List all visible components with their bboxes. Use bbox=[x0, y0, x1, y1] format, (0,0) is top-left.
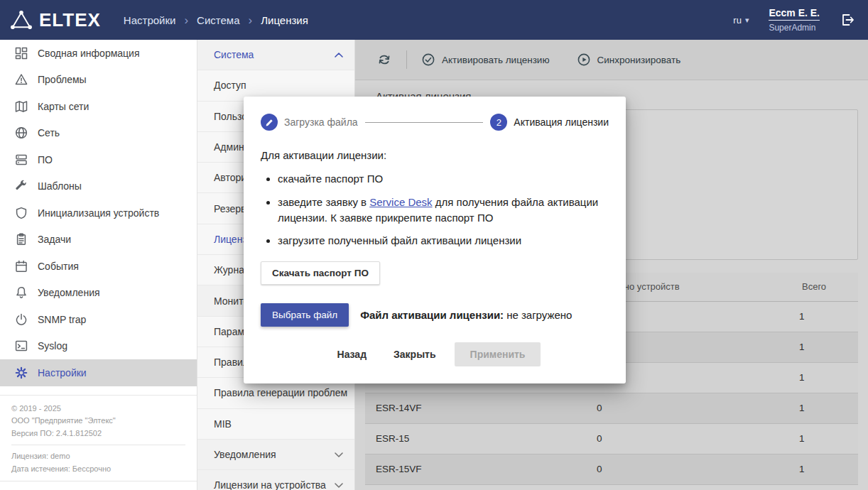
sidebar-item-label: Syslog bbox=[38, 340, 67, 352]
close-button[interactable]: Закрыть bbox=[385, 342, 445, 366]
footer-divider bbox=[11, 445, 185, 445]
network-map-icon bbox=[14, 99, 28, 114]
clipboard-icon bbox=[14, 232, 28, 246]
sidebar-item-label: Сводная информация bbox=[38, 48, 140, 59]
version-text: Версия ПО: 2.4.1.812502 bbox=[11, 428, 185, 440]
submenu-item-label: MIB bbox=[214, 418, 232, 430]
file-status: Файл активации лицензии:не загружено bbox=[360, 309, 572, 321]
stepper-connector bbox=[365, 122, 484, 123]
back-button[interactable]: Назад bbox=[329, 342, 376, 366]
globe-icon bbox=[14, 126, 28, 140]
sidebar-item-device-init[interactable]: Инициализация устройств bbox=[0, 200, 197, 227]
eltex-logo[interactable]: ELTEX bbox=[0, 9, 112, 31]
activation-instructions-title: Для активации лицензии: bbox=[261, 149, 609, 161]
sidebar-item-notifications[interactable]: Уведомления bbox=[0, 280, 197, 307]
apply-button[interactable]: Применить bbox=[455, 342, 541, 366]
step-activate-license[interactable]: 2 Активация лицензии bbox=[490, 114, 609, 131]
service-desk-link[interactable]: Service Desk bbox=[369, 196, 432, 208]
sidebar-item-tasks[interactable]: Задачи bbox=[0, 227, 197, 254]
sidebar-item-firmware[interactable]: ПО bbox=[0, 146, 197, 173]
header-right: ru ▾ Eccm E. E. SuperAdmin bbox=[733, 7, 868, 33]
chevron-down-icon: ▾ bbox=[745, 16, 749, 25]
sidebar-item-problems[interactable]: Проблемы bbox=[0, 67, 197, 94]
step-label: Активация лицензии bbox=[514, 116, 609, 128]
instruction-text: заведите заявку в bbox=[278, 196, 369, 208]
user-role: SuperAdmin bbox=[769, 23, 820, 33]
sidebar-item-label: Проблемы bbox=[38, 74, 87, 85]
sidebar-item-label: Уведомления bbox=[38, 287, 100, 298]
sidebar-item-events[interactable]: События bbox=[0, 253, 197, 280]
collapse-panel-button[interactable]: « Свернуть панель bbox=[0, 481, 197, 490]
sidebar-item-label: Сеть bbox=[38, 127, 60, 138]
breadcrumb-separator-icon: › bbox=[184, 14, 188, 26]
sidebar-item-network[interactable]: Сеть bbox=[0, 120, 197, 147]
sidebar-item-network-maps[interactable]: Карты сети bbox=[0, 93, 197, 120]
top-header: ELTEX Настройки › Система › Лицензия ru … bbox=[0, 0, 868, 40]
terminal-icon bbox=[14, 339, 28, 353]
instruction-text: загрузите полученный файл активации лице… bbox=[278, 234, 521, 246]
step-upload-file[interactable]: Загрузка файла bbox=[261, 114, 358, 131]
dialog-actions: Назад Закрыть Применить bbox=[261, 342, 609, 366]
activation-instructions-list: скачайте паспорт ПО заведите заявку в Se… bbox=[261, 171, 609, 249]
breadcrumb-system[interactable]: Система bbox=[197, 14, 239, 26]
sidebar-footer: © 2019 - 2025 ООО "Предприятие "Элтекс" … bbox=[0, 395, 197, 481]
sidebar-item-syslog[interactable]: Syslog bbox=[0, 333, 197, 360]
breadcrumb: Настройки › Система › Лицензия bbox=[124, 14, 308, 26]
sidebar-item-snmp-trap[interactable]: SNMP trap bbox=[0, 306, 197, 333]
eltex-triangle-icon bbox=[10, 10, 33, 30]
breadcrumb-license: Лицензия bbox=[261, 14, 308, 26]
sidebar-item-label: Инициализация устройств bbox=[38, 207, 159, 219]
instruction-item: загрузите полученный файл активации лице… bbox=[278, 233, 609, 249]
chevron-down-icon bbox=[335, 483, 343, 488]
main-sidebar: Сводная информация Проблемы Карты сети С… bbox=[0, 40, 197, 490]
download-passport-button[interactable]: Скачать паспорт ПО bbox=[261, 261, 380, 285]
submenu-item-label: Лиценз bbox=[214, 234, 247, 245]
submenu-item-label: Пользо bbox=[214, 111, 247, 122]
submenu-section-label: Лицензии на устройства bbox=[214, 479, 326, 490]
sidebar-item-templates[interactable]: Шаблоны bbox=[0, 173, 197, 200]
chevron-up-icon bbox=[335, 53, 343, 58]
sidebar-item-label: SNMP trap bbox=[38, 314, 86, 325]
breadcrumb-separator-icon: › bbox=[249, 14, 253, 26]
copyright-text: © 2019 - 2025 bbox=[11, 403, 185, 415]
submenu-section-system[interactable]: Система bbox=[197, 40, 354, 70]
user-name: Eccm E. E. bbox=[769, 7, 820, 21]
sidebar-item-label: Карты сети bbox=[38, 101, 89, 112]
choose-file-button[interactable]: Выбрать файл bbox=[261, 303, 349, 327]
submenu-item-mib[interactable]: MIB bbox=[197, 409, 354, 440]
submenu-section-device-licenses[interactable]: Лицензии на устройства bbox=[197, 470, 354, 490]
submenu-item-label: Доступ bbox=[214, 80, 246, 91]
sidebar-item-summary[interactable]: Сводная информация bbox=[0, 40, 197, 67]
license-activation-dialog: Загрузка файла 2 Активация лицензии Для … bbox=[244, 97, 626, 383]
chevron-down-icon bbox=[335, 452, 343, 457]
user-menu[interactable]: Eccm E. E. SuperAdmin bbox=[769, 7, 820, 33]
dashboard-icon bbox=[14, 46, 28, 60]
breadcrumb-settings[interactable]: Настройки bbox=[124, 14, 176, 26]
submenu-item-label: Автори bbox=[214, 172, 246, 183]
instruction-item: скачайте паспорт ПО bbox=[278, 171, 609, 187]
file-status-label: Файл активации лицензии: bbox=[360, 309, 504, 321]
logout-icon bbox=[840, 12, 855, 28]
step-label: Загрузка файла bbox=[284, 116, 358, 128]
language-value: ru bbox=[733, 15, 742, 26]
submenu-section-notifications[interactable]: Уведомления bbox=[197, 440, 354, 470]
brand-name: ELTEX bbox=[39, 9, 101, 31]
calendar-icon bbox=[14, 259, 28, 273]
sidebar-item-settings[interactable]: Настройки bbox=[0, 359, 197, 386]
sidebar-item-label: Шаблоны bbox=[38, 180, 82, 192]
submenu-item-label: Правила генерации проблем bbox=[214, 387, 347, 398]
instruction-item: заведите заявку в Service Desk для получ… bbox=[278, 195, 609, 226]
instruction-text: скачайте паспорт ПО bbox=[278, 173, 383, 185]
stepper: Загрузка файла 2 Активация лицензии bbox=[261, 114, 609, 131]
file-status-value: не загружено bbox=[506, 309, 572, 321]
company-text: ООО "Предприятие "Элтекс" bbox=[11, 415, 185, 428]
logout-button[interactable] bbox=[840, 12, 855, 28]
submenu-section-label: Уведомления bbox=[214, 449, 276, 460]
sidebar-item-label: ПО bbox=[38, 154, 53, 165]
language-selector[interactable]: ru ▾ bbox=[733, 15, 749, 26]
expiration-text: Дата истечения: Бессрочно bbox=[11, 463, 185, 476]
bell-icon bbox=[14, 285, 28, 300]
step-number-circle: 2 bbox=[490, 114, 507, 131]
submenu-section-label: Система bbox=[214, 49, 254, 60]
app-window: ELTEX Настройки › Система › Лицензия ru … bbox=[0, 0, 868, 490]
